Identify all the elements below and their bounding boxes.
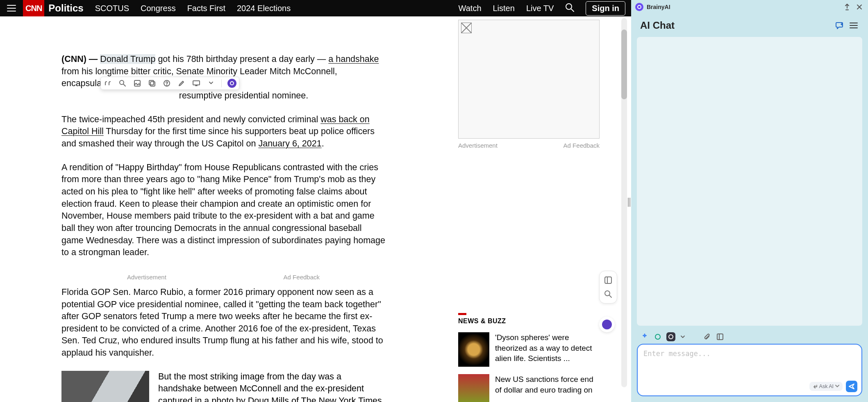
panel-title: AI Chat (640, 20, 831, 31)
site-logo[interactable]: CNN Politics (23, 0, 84, 16)
nav-live-tv[interactable]: Live TV (526, 4, 554, 13)
dropdown-icon[interactable] (207, 79, 216, 88)
copy-icon[interactable] (148, 79, 157, 88)
nav-facts-first[interactable]: Facts First (187, 4, 225, 13)
source-tag: (CNN) — (61, 54, 100, 64)
top-navbar: CNN Politics SCOTUS Congress Facts First… (0, 0, 631, 16)
toolbar-divider (221, 79, 222, 87)
send-icon (848, 383, 855, 390)
hamburger-icon (7, 5, 16, 12)
svg-point-6 (167, 85, 167, 86)
cnn-page: CNN Politics SCOTUS Congress Facts First… (0, 0, 631, 402)
menu-button[interactable] (0, 5, 23, 12)
panel-app-name: BrainyAI (647, 4, 670, 10)
model-openai-icon[interactable] (653, 332, 662, 341)
ad-feedback-link[interactable]: Ad Feedback (284, 274, 320, 281)
pin-button[interactable] (843, 2, 852, 11)
related-article-card[interactable]: RELATED ARTICLE Inside Trump's gripe-fil… (61, 371, 149, 402)
section-links: SCOTUS Congress Facts First 2024 Electio… (95, 4, 291, 13)
brainy-ai-panel: BrainyAI AI Chat Ask AI (631, 0, 868, 402)
chevron-down-icon (835, 385, 839, 388)
related-and-paragraph: RELATED ARTICLE Inside Trump's gripe-fil… (61, 371, 385, 402)
send-button[interactable] (846, 381, 857, 392)
svg-point-8 (230, 82, 234, 85)
svg-rect-2 (134, 80, 140, 86)
paragraph-5-wrap: But the most striking image from the day… (158, 371, 385, 402)
sidebar-toggle-icon[interactable] (602, 274, 614, 286)
nav-2024-elections[interactable]: 2024 Elections (237, 4, 291, 13)
model-selected-icon[interactable] (666, 332, 675, 341)
selection-toolbar (100, 77, 239, 90)
model-sparkle-icon[interactable] (640, 332, 649, 341)
image-icon[interactable] (133, 79, 142, 88)
svg-point-0 (566, 4, 572, 9)
panel-resize-handle[interactable] (627, 196, 631, 208)
brainy-ai-action-icon[interactable] (227, 79, 236, 88)
highlight-icon[interactable] (177, 79, 186, 88)
chat-history-area (637, 37, 862, 326)
scrollbar-thumb[interactable] (621, 30, 627, 99)
nav-congress[interactable]: Congress (141, 4, 176, 13)
news-buzz-title-1: 'Dyson spheres' were theorized as a way … (495, 332, 600, 367)
news-buzz-item-1[interactable]: 'Dyson spheres' were theorized as a way … (458, 332, 600, 367)
cnn-logo-badge: CNN (23, 0, 44, 16)
message-input-box: Ask AI (637, 344, 862, 396)
panel-menu-button[interactable] (848, 20, 859, 31)
svg-rect-14 (717, 334, 723, 340)
svg-rect-3 (150, 82, 155, 86)
sign-in-button[interactable]: Sign in (586, 1, 625, 16)
right-rail: Advertisement Ad Feedback NEWS & BUZZ 'D… (458, 20, 602, 402)
politics-section-label: Politics (48, 2, 83, 14)
svg-point-13 (669, 335, 673, 339)
floating-widget-stack (599, 271, 617, 304)
paragraph-2: The twice-impeached 45th president and n… (61, 114, 385, 150)
news-buzz-thumb-2 (458, 374, 489, 402)
page-scrollbar[interactable] (621, 18, 627, 387)
svg-point-10 (605, 291, 610, 296)
message-input[interactable] (643, 349, 856, 374)
context-button[interactable] (716, 332, 725, 341)
link-handshake[interactable]: a handshake (328, 54, 379, 64)
ad-label-left: Advertisement (127, 274, 166, 281)
model-dropdown-caret[interactable] (679, 333, 686, 340)
rail-ad-feedback[interactable]: Ad Feedback (564, 142, 600, 149)
panel-title-row: AI Chat (631, 14, 868, 34)
rail-ad-label: Advertisement (458, 142, 498, 149)
link-jan-6[interactable]: January 6, 2021 (258, 139, 321, 148)
article-body-2: Florida GOP Sen. Marco Rubio, a former 2… (61, 286, 385, 359)
brainy-ai-launcher-icon (602, 320, 612, 329)
svg-point-11 (638, 5, 641, 9)
new-chat-button[interactable] (834, 20, 845, 31)
inline-ad-labels: Advertisement Ad Feedback (61, 270, 385, 286)
ask-ai-label: Ask AI (819, 384, 834, 389)
related-thumbnail (61, 371, 149, 402)
return-icon (813, 384, 818, 389)
nav-scotus[interactable]: SCOTUS (95, 4, 129, 13)
accent-bar (458, 313, 466, 315)
close-panel-button[interactable] (855, 2, 864, 11)
help-icon[interactable] (162, 79, 171, 88)
ad-slot[interactable] (458, 20, 600, 139)
composer-footer: Ask AI (809, 381, 857, 392)
screen-icon[interactable] (192, 79, 201, 88)
nav-listen[interactable]: Listen (493, 4, 515, 13)
composer: Ask AI (637, 330, 862, 396)
nav-watch[interactable]: Watch (459, 4, 482, 13)
svg-rect-7 (193, 81, 200, 85)
svg-rect-4 (149, 80, 154, 85)
ask-ai-chip[interactable]: Ask AI (809, 382, 843, 391)
attach-button[interactable] (702, 332, 711, 341)
paragraph-4: Florida GOP Sen. Marco Rubio, a former 2… (61, 286, 385, 359)
paragraph-3: A rendition of "Happy Birthday" from Hou… (61, 162, 385, 259)
brainy-ai-launcher[interactable] (599, 317, 615, 332)
panel-header: BrainyAI (631, 0, 868, 14)
search-selection-icon[interactable] (118, 79, 127, 88)
svg-point-12 (655, 334, 660, 339)
highlighted-text[interactable]: Donald Trump (100, 54, 155, 64)
news-buzz-item-2[interactable]: New US sanctions force end of dollar and… (458, 374, 600, 402)
quote-icon[interactable] (103, 79, 112, 88)
page-search-icon[interactable] (602, 288, 614, 300)
search-button[interactable] (565, 3, 574, 14)
news-buzz-title: NEWS & BUZZ (458, 317, 602, 325)
svg-rect-9 (605, 277, 611, 283)
